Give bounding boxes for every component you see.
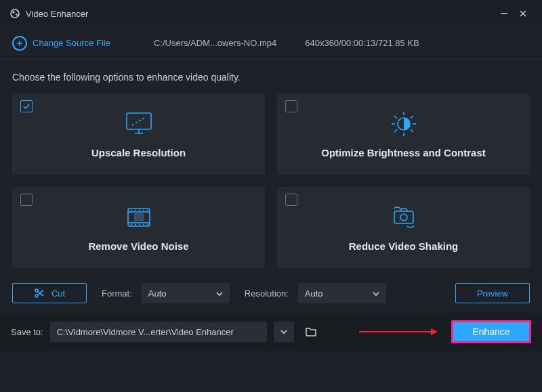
- resolution-select[interactable]: Auto: [298, 283, 386, 303]
- chevron-down-icon: [373, 288, 379, 299]
- option-label: Upscale Resolution: [91, 147, 186, 158]
- option-label: Remove Video Noise: [88, 240, 188, 252]
- svg-point-27: [147, 209, 148, 211]
- svg-marker-45: [431, 328, 438, 335]
- camera-shake-icon: [386, 204, 421, 231]
- svg-point-31: [143, 223, 144, 225]
- enhance-label: Enhance: [472, 326, 509, 337]
- option-brightness-contrast[interactable]: Optimize Brightness and Contrast: [277, 93, 530, 175]
- option-label: Optimize Brightness and Contrast: [321, 147, 486, 158]
- format-label: Format:: [102, 288, 132, 299]
- svg-point-41: [35, 295, 38, 297]
- preview-label: Preview: [477, 288, 508, 299]
- svg-line-18: [394, 129, 397, 132]
- save-to-label: Save to:: [11, 327, 43, 337]
- svg-line-17: [411, 129, 413, 132]
- enhance-button[interactable]: Enhance: [451, 320, 531, 343]
- svg-point-25: [139, 209, 140, 211]
- checkbox-noise[interactable]: [20, 194, 33, 206]
- svg-point-28: [131, 223, 132, 225]
- resolution-value: Auto: [305, 288, 323, 299]
- cut-label: Cut: [51, 288, 65, 299]
- change-source-button[interactable]: Change Source File: [12, 36, 110, 51]
- monitor-upscale-icon: [123, 110, 155, 137]
- svg-point-23: [131, 209, 132, 211]
- save-path-value: C:\Vidmore\Vidmore V...erter\Video Enhan…: [57, 327, 234, 337]
- svg-point-30: [139, 223, 140, 225]
- app-icon: [9, 8, 20, 19]
- save-path-field[interactable]: C:\Vidmore\Vidmore V...erter\Video Enhan…: [50, 322, 267, 342]
- source-path: C:/Users/ADM...owers-NO.mp4: [154, 38, 276, 48]
- source-bar: Change Source File C:/Users/ADM...owers-…: [0, 27, 542, 60]
- svg-point-37: [141, 214, 142, 215]
- change-source-label: Change Source File: [33, 38, 110, 48]
- open-folder-button[interactable]: [301, 322, 321, 342]
- checkbox-brightness[interactable]: [285, 100, 297, 112]
- svg-rect-38: [394, 211, 413, 223]
- svg-point-24: [135, 209, 136, 211]
- svg-point-34: [136, 215, 137, 216]
- svg-point-29: [135, 223, 136, 225]
- svg-point-39: [400, 214, 407, 221]
- cut-button[interactable]: Cut: [12, 283, 87, 303]
- titlebar: Video Enhancer: [0, 0, 542, 27]
- controls-row: Cut Format: Auto Resolution: Auto Previe…: [0, 268, 542, 313]
- checkbox-upscale[interactable]: [20, 100, 33, 112]
- instruction-text: Choose the following options to enhance …: [12, 72, 530, 83]
- option-remove-noise[interactable]: Remove Video Noise: [12, 187, 265, 268]
- option-label: Reduce Video Shaking: [349, 240, 458, 252]
- scissors-icon: [34, 288, 45, 299]
- svg-point-36: [138, 219, 139, 220]
- close-button[interactable]: [514, 4, 533, 23]
- option-upscale-resolution[interactable]: Upscale Resolution: [12, 93, 265, 175]
- save-path-dropdown[interactable]: [274, 322, 294, 342]
- svg-rect-7: [127, 113, 151, 129]
- svg-rect-33: [134, 213, 144, 221]
- preview-button[interactable]: Preview: [455, 283, 530, 303]
- svg-point-32: [147, 223, 148, 225]
- svg-line-16: [394, 116, 397, 118]
- format-value: Auto: [148, 288, 167, 299]
- svg-point-1: [12, 11, 14, 13]
- checkbox-shaking[interactable]: [285, 194, 297, 206]
- options-grid: Upscale Resolution Optimize B: [12, 93, 530, 268]
- option-reduce-shaking[interactable]: Reduce Video Shaking: [277, 187, 530, 268]
- plus-circle-icon: [12, 36, 27, 51]
- svg-point-0: [11, 9, 19, 18]
- minimize-button[interactable]: [495, 4, 514, 23]
- svg-line-19: [411, 116, 413, 118]
- brightness-icon: [388, 110, 419, 137]
- svg-line-8: [132, 117, 146, 125]
- svg-point-40: [35, 289, 38, 292]
- source-meta: 640x360/00:00:13/721.85 KB: [305, 38, 419, 48]
- annotation-arrow: [328, 326, 444, 337]
- window-title: Video Enhancer: [26, 9, 88, 19]
- chevron-down-icon: [216, 288, 223, 299]
- format-select[interactable]: Auto: [142, 283, 230, 303]
- film-noise-icon: [123, 204, 155, 231]
- footer: Save to: C:\Vidmore\Vidmore V...erter\Vi…: [0, 313, 542, 351]
- svg-point-35: [140, 216, 141, 217]
- resolution-label: Resolution:: [245, 288, 289, 299]
- svg-point-26: [143, 209, 144, 211]
